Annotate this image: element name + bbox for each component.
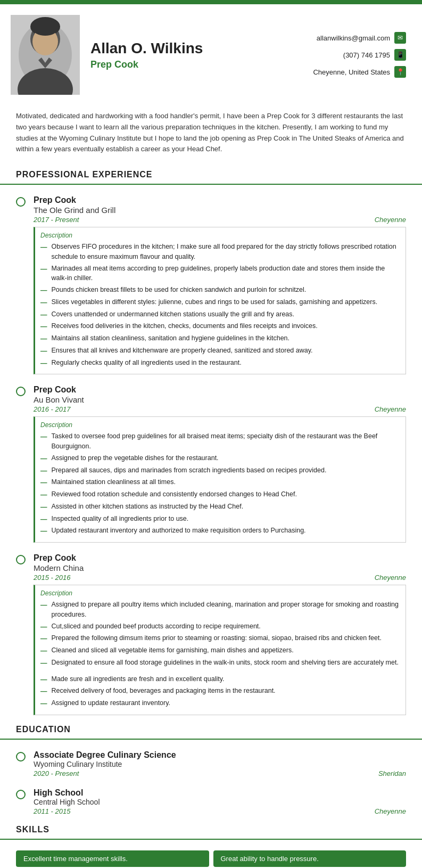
dot	[16, 387, 26, 396]
bullet-item: — Receives food deliveries in the kitche…	[40, 321, 400, 332]
exp-period: 2016 - 2017	[34, 405, 70, 413]
dash-icon: —	[40, 646, 47, 656]
summary: Motivated, dedicated and hardworking wit…	[0, 105, 422, 166]
bullet-text: Reviewed food rotation schedule and cons…	[52, 489, 297, 500]
education-item: High School Central High School 2011 - 2…	[0, 783, 422, 821]
experience-item: Prep Cook Modern China 2015 - 2016 Cheye…	[0, 548, 422, 720]
dash-icon: —	[40, 298, 47, 308]
dash-icon: —	[40, 699, 47, 709]
candidate-title: Prep Cook	[90, 59, 302, 70]
dash-icon: —	[40, 622, 47, 632]
bullet-text: Pounds chicken breast fillets to be used…	[52, 285, 307, 296]
top-bar	[0, 0, 422, 4]
exp-meta: 2015 - 2016 Cheyenne	[34, 574, 406, 582]
bullet-item: — Marinades all meat items according to …	[40, 264, 400, 284]
timeline-dot	[16, 553, 26, 715]
bullet-text: Slices vegetables in different styles: j…	[52, 297, 378, 308]
bullet-item: — Observes FIFO procedures in the kitche…	[40, 242, 400, 262]
skills-grid: Excellent time management skills.Great a…	[16, 850, 406, 868]
dash-icon: —	[40, 634, 47, 644]
bullet-text: Cut,sliced and pounded beef products acc…	[52, 621, 261, 632]
exp-company: Au Bon Vivant	[34, 395, 406, 404]
dash-icon: —	[40, 675, 47, 685]
bullet-text: Received delivery of food, beverages and…	[52, 686, 276, 697]
header-middle: Allan O. Wilkins Prep Cook	[90, 40, 302, 70]
bullet-item: — Assigned to update restaurant inventor…	[40, 698, 400, 709]
timeline-dot	[16, 195, 26, 374]
phone-text: (307) 746 1795	[343, 51, 390, 59]
exp-period: 2017 - Present	[34, 216, 79, 224]
experience-item: Prep Cook The Ole Grind and Grill 2017 -…	[0, 190, 422, 380]
edu-degree: Associate Degree Culinary Science	[34, 750, 406, 760]
svg-point-5	[32, 21, 58, 36]
bullet-item: — Covers unattended or undermanned kitch…	[40, 309, 400, 320]
bullet-text: Cleaned and sliced all vegetable items f…	[52, 645, 294, 656]
phone-row: (307) 746 1795 📱	[343, 49, 406, 61]
bullet-text: Prepared the following dimsum items prio…	[52, 633, 382, 644]
exp-job-title: Prep Cook	[34, 385, 406, 395]
dot	[16, 555, 26, 564]
bullet-item: — Regularly checks quality of all ingred…	[40, 358, 400, 369]
bullet-text: Regularly checks quality of all ingredie…	[52, 358, 242, 369]
email-icon: ✉	[394, 32, 406, 44]
bullet-text: Tasked to oversee food prep guidelines f…	[52, 431, 401, 452]
email-row: allanwilkins@gmail.com ✉	[317, 32, 406, 44]
dash-icon: —	[40, 502, 47, 512]
dash-icon: —	[40, 490, 47, 500]
edu-content: Associate Degree Culinary Science Wyomin…	[34, 750, 406, 777]
bullet-text: Observes FIFO procedures in the kitchen;…	[52, 242, 401, 262]
edu-period: 2020 - Present	[34, 769, 79, 777]
desc-label: Description	[40, 421, 400, 429]
exp-content: Prep Cook The Ole Grind and Grill 2017 -…	[34, 195, 406, 374]
edu-school: Central High School	[34, 798, 406, 806]
exp-job-title: Prep Cook	[34, 553, 406, 563]
bullet-text: Inspected quality of all ingredients pri…	[52, 514, 189, 525]
experience-item: Prep Cook Au Bon Vivant 2016 - 2017 Chey…	[0, 380, 422, 548]
bullet-item: — Made sure all ingredients are fresh an…	[40, 674, 400, 685]
edu-period: 2011 - 2015	[34, 807, 70, 815]
exp-content: Prep Cook Modern China 2015 - 2016 Cheye…	[34, 553, 406, 715]
dash-icon: —	[40, 322, 47, 332]
timeline-dot	[16, 788, 26, 815]
exp-company: Modern China	[34, 563, 406, 572]
skills-section-title: SKILLS	[0, 821, 422, 840]
exp-meta: 2017 - Present Cheyenne	[34, 216, 406, 224]
exp-location: Cheyenne	[375, 405, 406, 413]
edu-location: Cheyenne	[375, 807, 406, 815]
bullet-item: — Maintained station cleanliness at all …	[40, 477, 400, 488]
bullet-text: Marinades all meat items according to pr…	[52, 264, 401, 284]
skill-badge: Great ability to handle pressure.	[213, 850, 407, 867]
skill-badge: Excellent time management skills.	[16, 850, 209, 867]
exp-company: The Ole Grind and Grill	[34, 206, 406, 215]
bullet-item: — Slices vegetables in different styles:…	[40, 297, 400, 308]
bullet-item: — Received delivery of food, beverages a…	[40, 686, 400, 697]
candidate-name: Allan O. Wilkins	[90, 40, 302, 57]
edu-meta: 2020 - Present Sheridan	[34, 769, 406, 777]
location-row: Cheyenne, United States 📍	[313, 66, 406, 78]
dash-icon: —	[40, 334, 47, 344]
bullet-item: — Reviewed food rotation schedule and co…	[40, 489, 400, 500]
phone-icon: 📱	[394, 49, 406, 61]
location-icon: 📍	[394, 66, 406, 78]
dash-icon: —	[40, 600, 47, 620]
education-item: Associate Degree Culinary Science Wyomin…	[0, 745, 422, 783]
bullet-item: — Pounds chicken breast fillets to be us…	[40, 285, 400, 296]
edu-content: High School Central High School 2011 - 2…	[34, 788, 406, 815]
edu-degree: High School	[34, 788, 406, 798]
dash-icon: —	[40, 658, 47, 668]
bullet-text: Designated to ensure all food storage gu…	[52, 658, 399, 668]
exp-location: Cheyenne	[375, 216, 406, 224]
dash-icon: —	[40, 478, 47, 488]
dash-icon: —	[40, 526, 47, 536]
exp-job-title: Prep Cook	[34, 195, 406, 205]
dash-icon: —	[40, 285, 47, 296]
bullet-text: Updated restaurant inventory and authori…	[52, 526, 306, 536]
bullet-item: — Maintains all station cleanliness, san…	[40, 333, 400, 344]
bullet-item: — Cut,sliced and pounded beef products a…	[40, 621, 400, 632]
dash-icon: —	[40, 466, 47, 476]
bullet-item: — Assigned to prepare all poultry items …	[40, 600, 400, 620]
education-list: Associate Degree Culinary Science Wyomin…	[0, 745, 422, 821]
bullet-text: Receives food deliveries in the kitchen,…	[52, 321, 318, 332]
bullet-text: Assigned to prepare all poultry items wh…	[52, 600, 401, 620]
bullet-text: Made sure all ingredients are fresh and …	[52, 674, 225, 685]
